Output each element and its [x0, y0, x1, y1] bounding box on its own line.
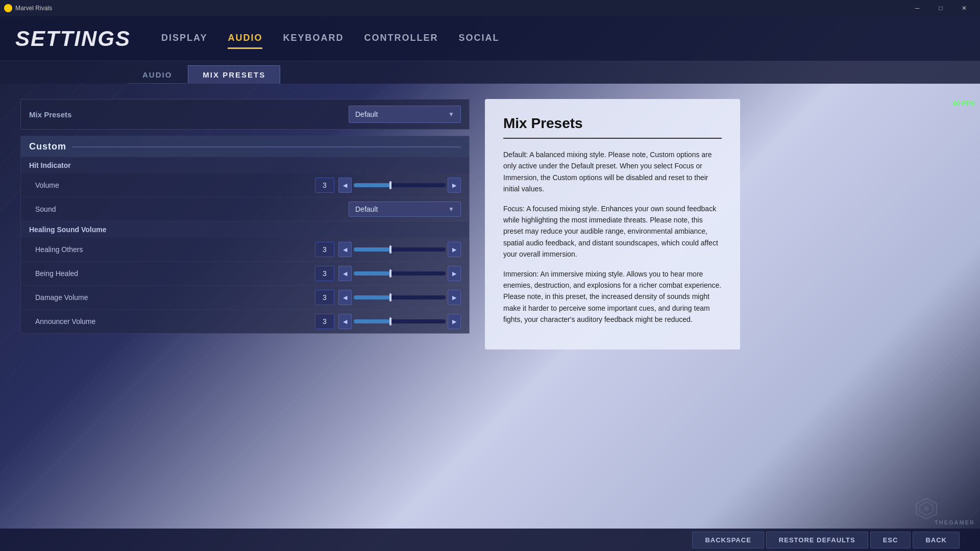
custom-section: Custom Hit Indicator Volume 3 ◀ ▶: [20, 136, 470, 334]
bottom-bar: BACKSPACE RESTORE DEFAULTS ESC BACK: [0, 529, 980, 551]
being-healed-slider-container: 3 ◀ ▶: [315, 266, 461, 281]
svg-point-2: [924, 506, 929, 511]
backspace-button[interactable]: BACKSPACE: [692, 532, 764, 548]
sound-dropdown-arrow-icon: ▼: [448, 206, 454, 213]
info-text-default: Default: A balanced mixing style. Please…: [503, 149, 722, 195]
tab-audio[interactable]: AUDIO: [228, 29, 262, 49]
custom-section-header: Custom: [21, 136, 469, 157]
being-healed-row: Being Healed 3 ◀ ▶: [21, 262, 469, 286]
announcer-volume-slider-thumb: [389, 317, 391, 325]
info-title: Mix Presets: [503, 115, 722, 139]
damage-volume-slider-fill: [354, 295, 390, 299]
healing-sound-header: Healing Sound Volume: [21, 221, 469, 238]
announcer-volume-row: Announcer Volume 3 ◀ ▶: [21, 310, 469, 333]
close-button[interactable]: ✕: [952, 0, 976, 16]
volume-slider-thumb: [389, 181, 391, 189]
being-healed-label: Being Healed: [35, 269, 315, 278]
page-title: SETTINGS: [15, 27, 131, 51]
fps-badge: 60 FPS: [953, 99, 975, 107]
damage-volume-slider-container: 3 ◀ ▶: [315, 290, 461, 305]
minimize-button[interactable]: ─: [905, 0, 929, 16]
tab-keyboard[interactable]: KEYBOARD: [283, 29, 344, 49]
dropdown-arrow-icon: ▼: [448, 111, 454, 118]
healing-others-slider-container: 3 ◀ ▶: [315, 242, 461, 257]
healing-others-slider-fill: [354, 247, 390, 252]
back-button[interactable]: BACK: [913, 532, 960, 548]
sub-tab-audio[interactable]: AUDIO: [128, 65, 187, 84]
title-bar: Marvel Rivals ─ □ ✕: [0, 0, 980, 16]
being-healed-slider-thumb: [389, 269, 391, 278]
damage-volume-slider-track[interactable]: [354, 295, 446, 299]
sound-dropdown[interactable]: Default ▼: [349, 202, 461, 217]
announcer-volume-decrease-button[interactable]: ◀: [338, 314, 352, 329]
info-text-immersion: Immersion: An immersive mixing style. Al…: [503, 268, 722, 325]
title-bar-left: Marvel Rivals: [4, 4, 52, 12]
sound-row: Sound Default ▼: [21, 197, 469, 221]
info-panel: Mix Presets Default: A balanced mixing s…: [485, 99, 740, 349]
being-healed-value: 3: [315, 266, 334, 281]
app-icon: [4, 4, 12, 12]
volume-decrease-button[interactable]: ◀: [338, 178, 352, 193]
settings-panel: Mix Presets Default ▼ Custom Hit Indicat…: [20, 99, 470, 536]
thegamer-logo-icon: [914, 496, 939, 521]
healing-others-label: Healing Others: [35, 245, 315, 254]
damage-volume-increase-button[interactable]: ▶: [448, 290, 461, 305]
announcer-volume-value: 3: [315, 314, 334, 329]
header: SETTINGS DISPLAY AUDIO KEYBOARD CONTROLL…: [0, 16, 980, 61]
damage-volume-slider-thumb: [389, 293, 391, 302]
damage-volume-value: 3: [315, 290, 334, 305]
mix-presets-dropdown-value: Default: [355, 110, 378, 118]
maximize-button[interactable]: □: [929, 0, 952, 16]
damage-volume-row: Damage Volume 3 ◀ ▶: [21, 286, 469, 310]
being-healed-increase-button[interactable]: ▶: [448, 266, 461, 281]
being-healed-decrease-button[interactable]: ◀: [338, 266, 352, 281]
custom-title: Custom: [29, 141, 66, 152]
damage-volume-decrease-button[interactable]: ◀: [338, 290, 352, 305]
tab-display[interactable]: DISPLAY: [161, 29, 207, 49]
mix-presets-label: Mix Presets: [29, 110, 349, 119]
nav-tabs: DISPLAY AUDIO KEYBOARD CONTROLLER SOCIAL: [161, 29, 499, 49]
volume-slider-container: 3 ◀ ▶: [315, 178, 461, 193]
tab-social[interactable]: SOCIAL: [458, 29, 499, 49]
volume-label: Volume: [35, 181, 315, 189]
mix-presets-dropdown[interactable]: Default ▼: [349, 106, 461, 123]
main-content: Mix Presets Default ▼ Custom Hit Indicat…: [0, 84, 980, 551]
being-healed-slider-track[interactable]: [354, 271, 446, 276]
restore-defaults-button[interactable]: RESTORE DEFAULTS: [766, 532, 868, 548]
volume-slider-fill: [354, 183, 390, 187]
damage-volume-label: Damage Volume: [35, 293, 315, 302]
info-text-focus: Focus: A focused mixing style. Enhances …: [503, 203, 722, 260]
healing-others-value: 3: [315, 242, 334, 257]
tab-controller[interactable]: CONTROLLER: [364, 29, 438, 49]
volume-value: 3: [315, 178, 334, 193]
sound-dropdown-value: Default: [355, 205, 378, 213]
title-bar-title: Marvel Rivals: [15, 5, 52, 12]
hit-indicator-header: Hit Indicator: [21, 157, 469, 173]
sound-label: Sound: [35, 205, 349, 213]
being-healed-slider-fill: [354, 271, 390, 276]
announcer-volume-label: Announcer Volume: [35, 317, 315, 325]
healing-others-slider-track[interactable]: [354, 247, 446, 252]
mix-presets-row: Mix Presets Default ▼: [20, 99, 470, 130]
healing-others-slider-thumb: [389, 245, 391, 254]
esc-button[interactable]: ESC: [870, 532, 911, 548]
watermark-text: THEGAMER: [935, 519, 975, 525]
sub-tab-mix-presets[interactable]: MIX PRESETS: [188, 65, 280, 84]
volume-slider-track[interactable]: [354, 183, 446, 187]
announcer-volume-slider-container: 3 ◀ ▶: [315, 314, 461, 329]
title-bar-controls: ─ □ ✕: [905, 0, 976, 16]
healing-others-row: Healing Others 3 ◀ ▶: [21, 238, 469, 262]
sub-header: AUDIO MIX PRESETS: [0, 61, 980, 84]
watermark: THEGAMER: [935, 512, 975, 525]
healing-others-increase-button[interactable]: ▶: [448, 242, 461, 257]
announcer-volume-slider-fill: [354, 319, 390, 323]
custom-header-divider: [72, 146, 461, 147]
volume-row: Volume 3 ◀ ▶: [21, 173, 469, 197]
announcer-volume-increase-button[interactable]: ▶: [448, 314, 461, 329]
healing-others-decrease-button[interactable]: ◀: [338, 242, 352, 257]
announcer-volume-slider-track[interactable]: [354, 319, 446, 323]
volume-increase-button[interactable]: ▶: [448, 178, 461, 193]
